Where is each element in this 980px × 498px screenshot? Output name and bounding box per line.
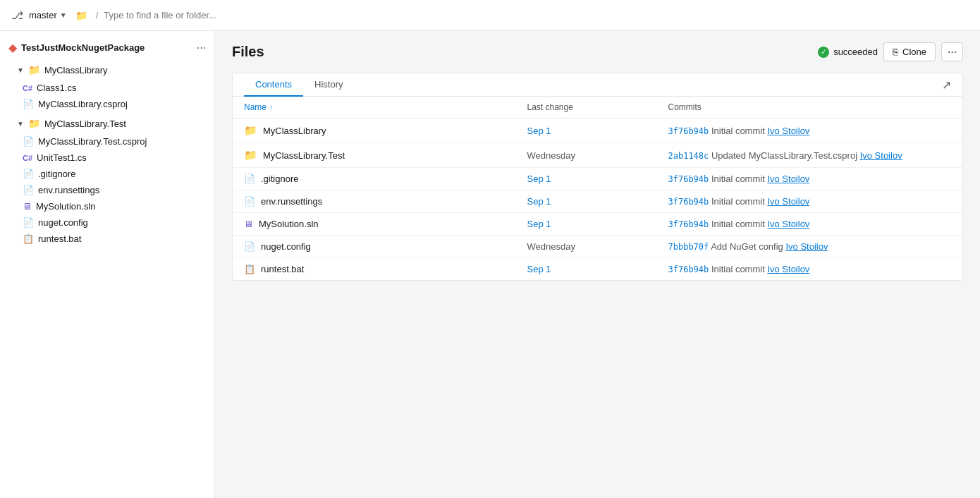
file-row-icon: 📄 [244, 196, 255, 207]
sidebar-item-label: nuget.config [38, 217, 88, 228]
csharp-icon: C# [23, 84, 32, 92]
date-cell: Sep 1 [527, 196, 668, 207]
date-link[interactable]: Sep 1 [527, 126, 551, 136]
commit-message: Initial commit [711, 126, 767, 136]
table-row: 📁 MyClassLibrary.Test Wednesday 2ab1148c… [233, 143, 962, 168]
date-link[interactable]: Sep 1 [527, 264, 551, 274]
sort-icon: ↑ [269, 104, 273, 111]
expand-icon[interactable]: ↗ [942, 78, 951, 92]
sidebar-item-label: .gitignore [38, 169, 75, 179]
date-cell: Sep 1 [527, 174, 668, 184]
commit-author-link[interactable]: Ivo Stoilov [767, 196, 809, 207]
file-icon-env: 📄 [23, 185, 34, 195]
commit-hash[interactable]: 2ab1148c [668, 151, 709, 161]
commit-author-link[interactable]: Ivo Stoilov [767, 126, 809, 136]
file-name-link[interactable]: nuget.config [261, 241, 311, 252]
clone-button[interactable]: ⎘ Clone [883, 42, 936, 61]
chevron-down-icon2: ▼ [17, 120, 24, 128]
table-row: 📄 env.runsettings Sep 1 3f76b94b Initial… [233, 190, 962, 213]
file-name-link[interactable]: .gitignore [261, 174, 298, 184]
commit-hash[interactable]: 3f76b94b [668, 126, 709, 136]
sidebar-item-env-runsettings[interactable]: 📄 env.runsettings [0, 182, 214, 198]
date-link[interactable]: Sep 1 [527, 219, 551, 229]
sidebar-project-header[interactable]: ◆ TestJustMockNugetPackage ⋯ [0, 37, 214, 59]
sidebar-item-label: MyClassLibrary.csproj [38, 99, 128, 109]
sidebar-item-myclasslibrary-csproj[interactable]: 📄 MyClassLibrary.csproj [0, 96, 214, 112]
sidebar-folder-myclasslibrary[interactable]: ▼ 📁 MyClassLibrary [0, 60, 214, 80]
sidebar-item-runtest-bat[interactable]: 📋 runtest.bat [0, 231, 214, 247]
commit-cell: 3f76b94b Initial commit Ivo Stoilov [668, 126, 952, 136]
commit-cell: 7bbbb70f Add NuGet config Ivo Stoilov [668, 241, 952, 252]
tabs-container: Contents History ↗ [233, 73, 962, 97]
file-name-link[interactable]: MySolution.sln [259, 219, 319, 229]
commit-hash[interactable]: 7bbbb70f [668, 242, 709, 252]
proj-icon2: 📄 [23, 136, 34, 147]
commit-author-link[interactable]: Ivo Stoilov [860, 150, 902, 161]
date-cell: Sep 1 [527, 264, 668, 274]
cell-name: 📁 MyClassLibrary [244, 124, 527, 137]
commit-hash[interactable]: 3f76b94b [668, 197, 709, 207]
sidebar-item-label: MyClassLibrary.Test.csproj [38, 136, 147, 147]
file-tabs: Contents History [244, 73, 355, 96]
table-row: 📄 .gitignore Sep 1 3f76b94b Initial comm… [233, 168, 962, 190]
folder-icon-top: 📁 [75, 10, 87, 21]
project-more-icon[interactable]: ⋯ [197, 42, 206, 53]
sidebar-folder-test-label: MyClassLibrary.Test [44, 119, 126, 129]
sidebar-item-nuget-config[interactable]: 📄 nuget.config [0, 214, 214, 231]
file-icon-gitignore: 📄 [23, 169, 34, 179]
cell-name: 📋 runtest.bat [244, 264, 527, 274]
commit-author-link[interactable]: Ivo Stoilov [767, 219, 809, 229]
file-name-link[interactable]: MyClassLibrary [263, 126, 326, 136]
file-name-link[interactable]: MyClassLibrary.Test [263, 150, 345, 161]
chevron-down-icon: ▼ [17, 66, 24, 74]
file-name-link[interactable]: env.runsettings [261, 196, 322, 207]
date-cell: Wednesday [527, 241, 668, 252]
status-label: succeeded [833, 47, 878, 57]
commit-author-link[interactable]: Ivo Stoilov [767, 264, 809, 274]
sidebar-folder-myclasslibrary-test[interactable]: ▼ 📁 MyClassLibrary.Test [0, 114, 214, 133]
file-table: Contents History ↗ Name ↑ Last change Co… [232, 73, 963, 281]
date-cell: Wednesday [527, 150, 668, 161]
commit-author-link[interactable]: Ivo Stoilov [767, 174, 809, 184]
project-title: TestJustMockNugetPackage [21, 42, 145, 53]
sidebar-item-mysolution-sln[interactable]: 🖥 MySolution.sln [0, 198, 214, 214]
commit-hash[interactable]: 3f76b94b [668, 219, 709, 229]
main-layout: ◆ TestJustMockNugetPackage ⋯ ▼ 📁 MyClass… [0, 31, 980, 498]
tab-contents[interactable]: Contents [244, 73, 303, 97]
file-row-icon: 📄 [244, 174, 255, 184]
commit-hash[interactable]: 3f76b94b [668, 174, 709, 184]
more-options-button[interactable]: ⋯ [941, 42, 963, 61]
table-row: 🖥 MySolution.sln Sep 1 3f76b94b Initial … [233, 213, 962, 236]
branch-selector[interactable]: master ▼ [29, 10, 67, 20]
sidebar-item-gitignore[interactable]: 📄 .gitignore [0, 166, 214, 182]
clone-icon: ⎘ [893, 47, 898, 57]
folder-row-icon: 📁 [244, 124, 257, 137]
col-commits-header: Commits [668, 102, 952, 112]
col-name-header[interactable]: Name ↑ [244, 102, 527, 112]
sidebar-item-myclasslibrary-test-csproj[interactable]: 📄 MyClassLibrary.Test.csproj [0, 133, 214, 150]
date-link[interactable]: Sep 1 [527, 196, 551, 207]
date-link[interactable]: Sep 1 [527, 174, 551, 184]
commit-message: Add NuGet config [711, 241, 785, 252]
status-badge[interactable]: ✓ succeeded [818, 47, 878, 58]
table-header: Name ↑ Last change Commits [233, 97, 962, 119]
commit-message: Initial commit [711, 264, 767, 274]
branch-icon: ⎇ [11, 9, 23, 22]
file-name-link[interactable]: runtest.bat [261, 264, 304, 274]
date-text: Wednesday [527, 150, 575, 161]
sln-icon-sidebar: 🖥 [23, 201, 32, 212]
table-row: 📁 MyClassLibrary Sep 1 3f76b94b Initial … [233, 119, 962, 143]
commit-cell: 2ab1148c Updated MyClassLibrary.Test.csp… [668, 150, 952, 161]
sidebar-item-class1cs[interactable]: C# Class1.cs [0, 80, 214, 96]
table-row: 📄 nuget.config Wednesday 7bbbb70f Add Nu… [233, 236, 962, 258]
commit-author-link[interactable]: Ivo Stoilov [785, 241, 828, 252]
tab-history[interactable]: History [303, 73, 354, 97]
folder-icon-myclasslibrary-test: 📁 [28, 118, 40, 129]
file-icon-nuget: 📄 [23, 217, 34, 228]
sidebar-item-unittest1cs[interactable]: C# UnitTest1.cs [0, 150, 214, 166]
date-cell: Sep 1 [527, 126, 668, 136]
sidebar-item-label: Class1.cs [37, 83, 76, 93]
commit-hash[interactable]: 3f76b94b [668, 265, 709, 274]
sidebar-item-label: MySolution.sln [36, 201, 96, 212]
file-search-input[interactable] [104, 10, 969, 20]
